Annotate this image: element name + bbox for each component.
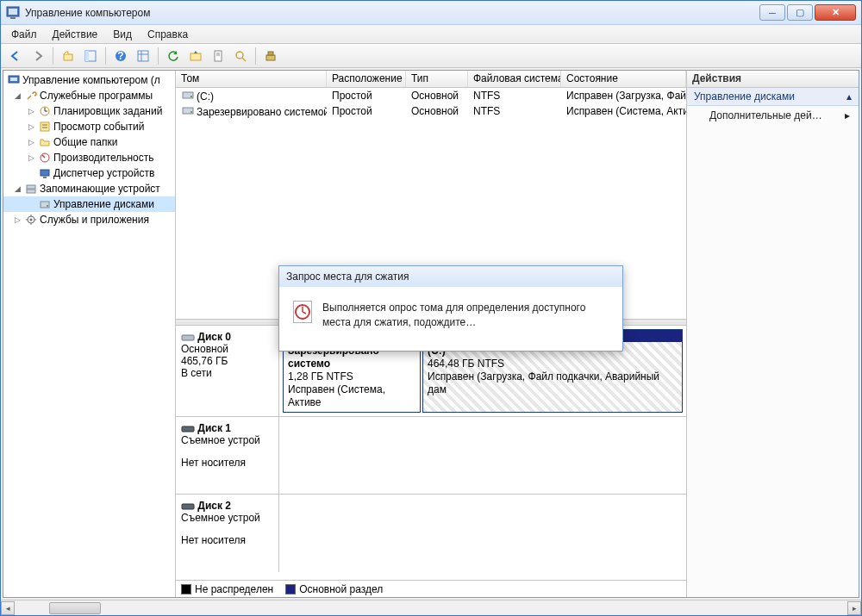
svg-point-15 bbox=[236, 52, 243, 59]
bottom-scrollbar[interactable]: ◂ ▸ bbox=[1, 600, 861, 615]
svg-rect-8 bbox=[138, 51, 148, 61]
tree-shared-folders[interactable]: ▷ Общие папки bbox=[3, 134, 175, 150]
maximize-button[interactable]: ▢ bbox=[787, 4, 813, 21]
tools-icon bbox=[24, 89, 38, 103]
show-hide-tree-button[interactable] bbox=[81, 47, 100, 65]
rescan-button[interactable] bbox=[186, 47, 205, 65]
menu-file[interactable]: Файл bbox=[4, 27, 44, 42]
collapse-icon[interactable]: ▴ bbox=[846, 90, 852, 103]
scroll-thumb[interactable] bbox=[49, 602, 101, 614]
removable-icon bbox=[181, 500, 195, 512]
actions-header: Действия bbox=[687, 71, 859, 88]
svg-rect-32 bbox=[27, 190, 35, 193]
menubar: Файл Действие Вид Справка bbox=[1, 25, 861, 44]
scroll-right-button[interactable]: ▸ bbox=[847, 601, 861, 615]
menu-action[interactable]: Действие bbox=[46, 27, 105, 42]
disk-icon bbox=[181, 331, 195, 343]
expand-icon[interactable]: ▷ bbox=[26, 153, 36, 162]
svg-rect-46 bbox=[182, 426, 194, 432]
expand-icon[interactable]: ▷ bbox=[26, 138, 36, 146]
up-button[interactable] bbox=[59, 47, 78, 65]
removable-icon bbox=[181, 422, 195, 434]
drive-icon bbox=[181, 104, 195, 116]
expand-icon[interactable]: ▷ bbox=[26, 107, 36, 115]
svg-rect-5 bbox=[85, 51, 89, 61]
folder-icon bbox=[38, 135, 52, 149]
window-title: Управление компьютером bbox=[25, 7, 759, 19]
svg-rect-2 bbox=[10, 17, 16, 19]
legend-unallocated-swatch bbox=[181, 584, 191, 594]
svg-rect-30 bbox=[43, 177, 47, 178]
tree-performance[interactable]: ▷ Производительность bbox=[3, 150, 175, 165]
collapse-icon[interactable]: ◢ bbox=[12, 184, 22, 193]
svg-rect-18 bbox=[268, 52, 273, 55]
disk-info[interactable]: Диск 2 Съемное устрой Нет носителя bbox=[176, 495, 279, 572]
disk-info[interactable]: Диск 0 Основной 465,76 ГБ В сети bbox=[176, 326, 279, 416]
svg-point-44 bbox=[191, 111, 192, 113]
tree-device-manager[interactable]: Диспетчер устройств bbox=[3, 165, 175, 181]
tree-task-scheduler[interactable]: ▷ Планировщик заданий bbox=[3, 103, 175, 119]
svg-rect-45 bbox=[182, 335, 194, 340]
refresh-button[interactable] bbox=[164, 47, 183, 65]
volume-row[interactable]: Зарезервировано системой Простой Основно… bbox=[176, 103, 686, 119]
actions-section[interactable]: Управление дисками ▴ bbox=[687, 88, 859, 106]
tree-system-tools[interactable]: ◢ Служебные программы bbox=[3, 88, 175, 103]
tree-storage[interactable]: ◢ Запоминающие устройст bbox=[3, 181, 175, 196]
tree-services-apps[interactable]: ▷ Службы и приложения bbox=[3, 212, 175, 227]
menu-view[interactable]: Вид bbox=[106, 27, 139, 42]
app-icon bbox=[6, 6, 20, 20]
legend-primary-swatch bbox=[285, 584, 296, 594]
disk-graphical-view[interactable]: Диск 0 Основной 465,76 ГБ В сети Зарезер… bbox=[176, 326, 686, 580]
col-type[interactable]: Тип bbox=[406, 71, 468, 87]
shrink-query-dialog: Запрос места для сжатия Выполняется опро… bbox=[278, 265, 623, 352]
volume-list-header[interactable]: Том Расположение Тип Файловая система Со… bbox=[176, 71, 686, 88]
col-status[interactable]: Состояние bbox=[561, 71, 686, 87]
disk-row: Диск 2 Съемное устрой Нет носителя bbox=[176, 495, 686, 572]
expand-icon[interactable]: ▷ bbox=[12, 215, 22, 224]
svg-rect-11 bbox=[191, 53, 201, 60]
col-layout[interactable]: Расположение bbox=[327, 71, 406, 87]
tree-pane[interactable]: Управление компьютером (л ◢ Служебные пр… bbox=[3, 71, 176, 597]
app-window: Управление компьютером ─ ▢ ✕ Файл Действ… bbox=[0, 0, 862, 616]
chevron-right-icon: ▸ bbox=[845, 109, 850, 121]
svg-rect-47 bbox=[182, 504, 194, 509]
tree-event-viewer[interactable]: ▷ Просмотр событий bbox=[3, 119, 175, 134]
computer-icon bbox=[7, 73, 21, 87]
properties-button[interactable] bbox=[209, 47, 228, 65]
tree-root[interactable]: Управление компьютером (л bbox=[3, 72, 175, 88]
event-icon bbox=[38, 120, 52, 134]
help-button[interactable]: ? bbox=[111, 47, 130, 65]
titlebar[interactable]: Управление компьютером ─ ▢ ✕ bbox=[1, 1, 861, 25]
settings-button[interactable] bbox=[261, 47, 280, 65]
action-more[interactable]: Дополнительные дей… ▸ bbox=[687, 106, 859, 125]
expand-icon[interactable]: ▷ bbox=[26, 122, 36, 131]
col-fs[interactable]: Файловая система bbox=[468, 71, 561, 87]
scroll-left-button[interactable]: ◂ bbox=[1, 601, 15, 615]
collapse-icon[interactable]: ◢ bbox=[12, 91, 22, 100]
svg-rect-24 bbox=[41, 122, 49, 131]
svg-rect-3 bbox=[64, 54, 72, 60]
forward-button[interactable] bbox=[28, 47, 47, 65]
search-button[interactable] bbox=[231, 47, 250, 65]
clock-icon bbox=[38, 104, 52, 118]
view-options-button[interactable] bbox=[134, 47, 153, 65]
svg-rect-31 bbox=[27, 185, 35, 189]
dialog-title[interactable]: Запрос места для сжатия bbox=[279, 266, 622, 287]
services-icon bbox=[24, 213, 38, 227]
close-button[interactable]: ✕ bbox=[815, 4, 856, 21]
device-icon bbox=[38, 166, 52, 180]
svg-rect-1 bbox=[9, 9, 17, 15]
svg-rect-29 bbox=[41, 170, 49, 176]
storage-icon bbox=[24, 182, 38, 196]
svg-rect-17 bbox=[266, 55, 275, 60]
minimize-button[interactable]: ─ bbox=[759, 4, 785, 21]
tree-disk-management[interactable]: Управление дисками bbox=[3, 196, 175, 212]
svg-rect-33 bbox=[41, 202, 49, 208]
disk-info[interactable]: Диск 1 Съемное устрой Нет носителя bbox=[176, 417, 279, 494]
volume-row[interactable]: (C:) Простой Основной NTFS Исправен (Заг… bbox=[176, 88, 686, 103]
back-button[interactable] bbox=[6, 47, 25, 65]
col-volume[interactable]: Том bbox=[176, 71, 327, 87]
menu-help[interactable]: Справка bbox=[141, 27, 195, 42]
svg-rect-12 bbox=[215, 51, 222, 61]
legend: Не распределен Основной раздел bbox=[176, 580, 686, 597]
